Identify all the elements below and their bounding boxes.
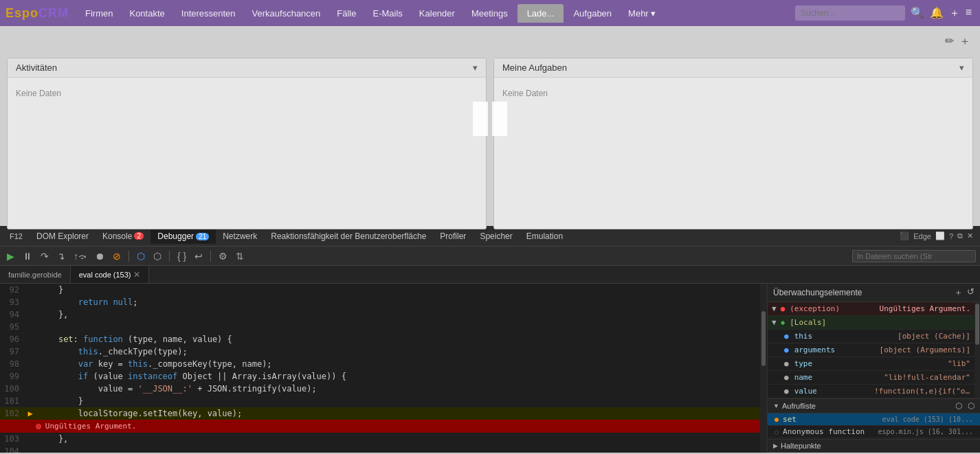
callstack-icon2[interactable]: ⬡ [968, 401, 975, 411]
callstack-loc-anon1: espo.min.js (16, 301... [878, 428, 973, 435]
callstack-name-set: set [783, 415, 878, 424]
exception-btn[interactable]: ⬡ [134, 249, 148, 263]
word-wrap-btn[interactable]: ↩ [192, 249, 205, 263]
callstack-set[interactable]: ● set eval code (153) (10... [768, 413, 980, 426]
nav-item-aufgaben[interactable]: Aufgaben [566, 4, 619, 23]
nav-item-mehr[interactable]: Mehr ▾ [621, 4, 662, 23]
watch-item-this[interactable]: ● this [object (Cache)] [768, 330, 975, 343]
aufgaben-header: Meine Aufgaben ▾ [494, 58, 972, 78]
konsole-badge: 2 [134, 232, 144, 240]
arguments-dot: ● [784, 345, 789, 354]
watch-item-name[interactable]: ● name "lib!full-calendar" [768, 371, 975, 385]
no-break-btn[interactable]: ⊘ [110, 249, 124, 263]
watch-item-exception[interactable]: ▼ ● (exception) Ungültiges Argument. [768, 302, 975, 316]
code-line-93: 93 return null; [0, 296, 767, 308]
break-all-btn[interactable]: ⏺ [92, 249, 107, 263]
aktivitaeten-panel: Aktivitäten ▾ Keine Daten [7, 58, 487, 229]
nav-item-faelle[interactable]: Fälle [330, 4, 363, 23]
popout-icon[interactable]: ⧉ [957, 231, 963, 240]
topnav: EspoCRM Firmen Kontakte Interessenten Ve… [0, 0, 980, 26]
file-search-input[interactable] [852, 250, 976, 262]
edit-icon[interactable]: ✏ [945, 34, 954, 49]
tab-emulation[interactable]: Emulation [520, 229, 570, 244]
search-icon[interactable]: 🔍 [911, 6, 924, 21]
step-out-btn[interactable]: ↑⤼ [71, 249, 89, 263]
dock-icon[interactable]: ⬛ [900, 231, 909, 240]
aufgaben-title: Meine Aufgaben [502, 63, 567, 73]
locals-dot: ◆ [781, 318, 786, 327]
notification-icon[interactable]: 🔔 [930, 6, 944, 21]
watch-item-value[interactable]: ● value !function(t,e){if("object"==typ.… [768, 385, 975, 398]
nav-item-interessenten[interactable]: Interessenten [175, 4, 243, 23]
dom-change-btn[interactable]: ⬡ [151, 249, 164, 263]
nav-item-verkaufschancen[interactable]: Verkaufschancen [245, 4, 328, 23]
name-dot: ● [784, 373, 789, 382]
action-icons: ✏ ＋ [945, 34, 970, 49]
nav-item-meetings[interactable]: Meetings [465, 4, 515, 23]
callstack-name-anon1: Anonymous function [783, 427, 873, 436]
aktivitaeten-dropdown[interactable]: ▾ [473, 63, 478, 73]
nav-item-kalender[interactable]: Kalender [412, 4, 462, 23]
tab-konsole[interactable]: Konsole 2 [96, 229, 151, 244]
expand-icon[interactable]: ⬜ [935, 231, 945, 240]
tab-debugger[interactable]: Debugger 21 [151, 228, 216, 244]
aktivitaeten-title: Aktivitäten [16, 63, 57, 73]
step-into-btn[interactable]: ↴ [54, 249, 68, 263]
tab-netzwerk[interactable]: Netzwerk [216, 229, 264, 244]
add-icon[interactable]: ＋ [949, 6, 960, 21]
watch-item-locals[interactable]: ▼ ◆ [Locals] [768, 316, 975, 330]
aufgaben-dropdown[interactable]: ▾ [959, 63, 964, 73]
toggle-workers-btn[interactable]: ⚙ [216, 249, 230, 263]
pretty-print-btn[interactable]: { } [175, 249, 189, 263]
code-panel[interactable]: 92 } 93 return null; 94 }, 95 9 [0, 284, 767, 453]
code-line-92: 92 } [0, 284, 767, 296]
nav-item-firmen[interactable]: Firmen [78, 4, 120, 23]
watch-add-icon[interactable]: ＋ [954, 286, 963, 299]
step-over-btn[interactable]: ↷ [38, 249, 52, 263]
nav-item-kontakte[interactable]: Kontakte [122, 4, 171, 23]
menu-icon[interactable]: ≡ [966, 6, 972, 21]
watch-item-arguments[interactable]: ● arguments [object (Arguments)] [768, 343, 975, 357]
haltepunkte-section[interactable]: ▶ Haltepunkte [768, 439, 980, 453]
close-eval-tab[interactable]: ✕ [133, 270, 140, 280]
callstack-icon1[interactable]: ⬡ [955, 401, 962, 411]
search-input[interactable] [795, 5, 905, 21]
file-tab-eval[interactable]: eval code (153) ✕ [71, 266, 150, 283]
pause-overlay [473, 102, 507, 136]
file-tab-familie[interactable]: familie.gerobide [0, 266, 71, 283]
add-panel-icon[interactable]: ＋ [959, 34, 970, 49]
aufgaben-panel: Meine Aufgaben ▾ Keine Daten [493, 58, 973, 229]
haltepunkte-title: Haltepunkte [781, 442, 821, 450]
tab-f12[interactable]: F12 [3, 229, 30, 243]
tab-reaktion[interactable]: Reaktionsfähigkeit der Benutzeroberfläch… [264, 229, 433, 244]
tab-profiler[interactable]: Profiler [433, 229, 473, 244]
error-message: Ungültiges Argument. [45, 422, 136, 431]
code-line-101: 101 } [0, 395, 767, 407]
code-line-95: 95 [0, 321, 767, 333]
watch-item-type[interactable]: ● type "lib" [768, 357, 975, 371]
nav-item-loading[interactable]: Lade... [517, 4, 564, 23]
right-panel: Überwachungselemente ＋ ↺ ▼ ● (exception)… [767, 284, 980, 453]
play-btn[interactable]: ▶ [4, 249, 17, 263]
this-dot: ● [784, 332, 789, 341]
callstack-anon1[interactable]: ○ Anonymous function espo.min.js (16, 30… [768, 426, 980, 438]
edge-label: Edge [913, 232, 931, 240]
watch-title: Überwachungselemente [773, 288, 862, 297]
close-icon[interactable]: ✕ [967, 231, 973, 240]
callstack-items: ● set eval code (153) (10... ○ Anonymous… [768, 413, 980, 439]
async-btn[interactable]: ⇅ [233, 249, 247, 263]
logo[interactable]: EspoCRM [5, 6, 69, 21]
watch-header: Überwachungselemente ＋ ↺ [768, 284, 980, 302]
pause-btn[interactable]: ⏸ [20, 249, 35, 263]
callstack-loc-set: eval code (153) (10... [882, 416, 973, 423]
type-dot: ● [784, 359, 789, 368]
code-line-97: 97 this._checkType(type); [0, 345, 767, 358]
aufrufsliste-section[interactable]: ▼ Aufruflistе ⬡ ⬡ [768, 398, 980, 413]
tab-speicher[interactable]: Speicher [473, 229, 519, 244]
nav-item-emails[interactable]: E-Mails [366, 4, 410, 23]
tab-dom-explorer[interactable]: DOM Explorer [30, 229, 96, 244]
help-icon[interactable]: ? [949, 232, 953, 240]
watch-refresh-icon[interactable]: ↺ [967, 286, 975, 299]
callstack-dot-set: ● [775, 416, 779, 423]
value-dot: ● [784, 387, 789, 396]
